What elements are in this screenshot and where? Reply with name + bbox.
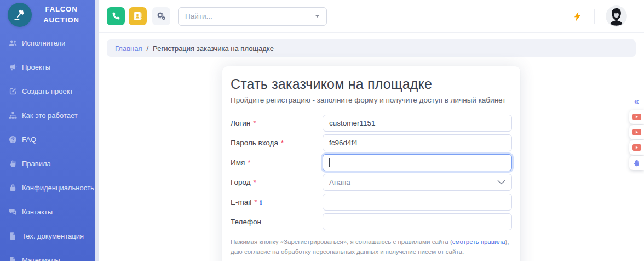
form-field-name: Имя* (231, 154, 512, 171)
sidebar-item-label: Тех. документация (22, 232, 84, 240)
user-avatar[interactable] (606, 5, 627, 27)
required-asterisk: * (253, 119, 256, 127)
terms-text: Нажимая кнопку «Зарегистрироваться», я с… (231, 237, 512, 257)
document-icon (8, 231, 17, 240)
required-asterisk: * (281, 139, 284, 147)
field-label-email: E-mail*i (231, 198, 323, 207)
comments-icon (8, 207, 17, 216)
sidebar-item-privacy[interactable]: Конфиденциальность (0, 175, 95, 200)
cogs-icon (156, 11, 166, 21)
page-subtitle: Пройдите регистрацию - заполните форму и… (231, 96, 512, 104)
sidebar-item-tech-docs[interactable]: Тех. документация (0, 224, 95, 248)
field-control-phone (323, 213, 512, 230)
settings-button[interactable] (152, 7, 170, 25)
field-label-city: Город* (231, 178, 323, 186)
megaphone-icon (8, 63, 17, 71)
info-icon[interactable]: i (260, 198, 262, 207)
edit-icon (8, 87, 17, 95)
login-input[interactable] (323, 115, 512, 132)
rail-hand-link[interactable] (629, 156, 644, 170)
caret-down-icon (315, 15, 320, 18)
rail-video-link-1[interactable] (629, 110, 644, 124)
collapse-rail-button[interactable]: « (634, 97, 639, 106)
breadcrumb-home-link[interactable]: Главная (115, 44, 142, 53)
sidebar: FALCON AUCTION ИсполнителиПроектыСоздать… (0, 0, 99, 261)
sidebar-item-label: Как это работает (22, 111, 78, 120)
sidebar-item-label: Проекты (22, 63, 50, 71)
sidebar-item-create-project[interactable]: Создать проект (0, 79, 95, 103)
required-asterisk: * (254, 198, 257, 206)
password-input[interactable] (323, 134, 512, 151)
address-book-button[interactable] (129, 7, 147, 25)
brand-logo[interactable]: FALCON AUCTION (0, 0, 99, 29)
sitemap-icon (8, 111, 17, 120)
brand-line1: FALCON (36, 4, 87, 15)
field-control-password (323, 134, 512, 151)
sidebar-item-label: Правила (22, 160, 51, 168)
search-placeholder: Найти... (185, 12, 212, 20)
field-label-text: Логин (231, 119, 250, 127)
sidebar-item-label: Создать проект (22, 87, 73, 95)
avatar-person-icon (606, 5, 627, 27)
users-icon (8, 38, 17, 47)
sidebar-item-how-it-works[interactable]: Как это работает (0, 103, 95, 127)
phone-button[interactable] (107, 7, 125, 25)
hand-icon (8, 159, 17, 168)
sidebar-item-performers[interactable]: Исполнители (0, 31, 95, 55)
registration-card: Стать заказчиком на площадке Пройдите ре… (222, 66, 520, 261)
form-field-phone: Телефон (231, 213, 512, 230)
right-rail: « (629, 97, 644, 171)
city-select[interactable]: Анапа (323, 174, 512, 191)
rail-video-link-2[interactable] (629, 125, 644, 139)
email-input[interactable] (323, 194, 512, 211)
field-control-login (323, 115, 512, 132)
rail-video-link-3[interactable] (629, 140, 644, 155)
selected-option: Анапа (329, 178, 350, 186)
field-control-city: Анапа (323, 174, 512, 191)
registration-form: Логин*Пароль входа*Имя*Город*АнапаE-mail… (231, 115, 512, 230)
field-label-text: E-mail (231, 198, 251, 206)
breadcrumb-current: Регистрация заказчика на площадке (153, 44, 274, 53)
terms-before: Нажимая кнопку «Зарегистрироваться», я с… (231, 239, 452, 245)
topbar: Найти... (99, 0, 644, 33)
page-title: Стать заказчиком на площадке (231, 76, 512, 92)
sidebar-item-rules[interactable]: Правила (0, 151, 95, 175)
name-input[interactable] (323, 154, 512, 171)
bolt-icon (574, 12, 581, 21)
breadcrumb: Главная / Регистрация заказчика на площа… (107, 39, 636, 57)
sidebar-item-materials[interactable]: Материалы (0, 248, 95, 261)
field-label-login: Логин* (231, 119, 323, 127)
sidebar-item-label: FAQ (22, 135, 36, 144)
youtube-icon (632, 129, 641, 135)
form-field-login: Логин* (231, 115, 512, 132)
chevron-down-icon (497, 180, 505, 185)
required-asterisk: * (248, 158, 250, 167)
field-label-phone: Телефон (231, 218, 323, 226)
sidebar-scrollbar[interactable] (95, 0, 99, 261)
field-label-password: Пароль входа* (231, 139, 323, 147)
sidebar-item-label: Конфиденциальность (22, 184, 94, 192)
brand-line2: AUCTION (36, 15, 87, 26)
youtube-icon (632, 114, 641, 120)
sidebar-item-contacts[interactable]: Контакты (0, 200, 95, 224)
text-cursor (329, 158, 330, 167)
field-label-text: Город (231, 178, 251, 186)
field-control-name (323, 154, 512, 171)
sidebar-divider (5, 30, 93, 30)
view-rules-link[interactable]: смотреть правила (452, 239, 505, 245)
field-label-text: Пароль входа (231, 139, 278, 147)
topbar-divider (594, 9, 595, 24)
address-book-icon (133, 12, 142, 21)
quick-actions-button[interactable] (572, 9, 583, 24)
sidebar-item-faq[interactable]: FAQ (0, 127, 95, 151)
content: Главная / Регистрация заказчика на площа… (99, 33, 644, 261)
search-select[interactable]: Найти... (178, 7, 327, 26)
question-icon (8, 135, 17, 144)
sidebar-item-projects[interactable]: Проекты (0, 55, 95, 79)
required-asterisk: * (254, 178, 256, 186)
field-label-text: Телефон (231, 218, 261, 226)
sidebar-item-label: Материалы (22, 256, 60, 261)
privacy-icon (8, 183, 17, 192)
sidebar-nav: ИсполнителиПроектыСоздать проектКак это … (0, 31, 95, 261)
phone-input[interactable] (323, 213, 512, 230)
